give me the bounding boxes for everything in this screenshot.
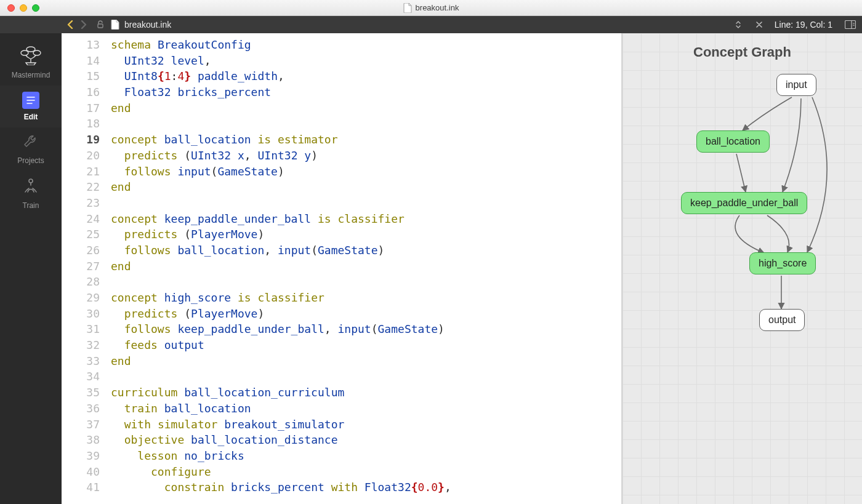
sidebar-item-label: Train xyxy=(0,201,62,210)
tab-close-icon[interactable] xyxy=(750,22,768,28)
seal-icon xyxy=(22,177,40,196)
sidebar-item-label: Edit xyxy=(0,113,62,121)
code-line[interactable]: constrain bricks_percent with Float32{0.… xyxy=(111,479,451,495)
code-line[interactable] xyxy=(111,116,451,132)
code-line[interactable]: end xyxy=(111,353,451,369)
code-line[interactable]: predicts (UInt32 x, UInt32 y) xyxy=(111,148,451,164)
line-number: 33 xyxy=(62,353,100,369)
line-number: 16 xyxy=(62,84,100,100)
line-number: 37 xyxy=(62,417,100,433)
svg-point-7 xyxy=(26,47,35,52)
nav-back-icon[interactable] xyxy=(66,20,74,29)
code-line[interactable]: follows input(GameState) xyxy=(111,164,451,180)
cursor-position-status: Line: 19, Col: 1 xyxy=(768,20,839,30)
line-number: 13 xyxy=(62,37,100,53)
sidebar-item-label: Projects xyxy=(0,156,62,165)
bonsai-icon xyxy=(17,44,44,65)
line-number: 22 xyxy=(62,179,100,195)
lock-icon[interactable] xyxy=(96,20,105,29)
code-line[interactable] xyxy=(111,369,451,385)
code-line[interactable]: follows ball_location, input(GameState) xyxy=(111,242,451,258)
tab-document-icon xyxy=(111,20,119,30)
line-number: 41 xyxy=(62,479,100,495)
line-number: 38 xyxy=(62,432,100,448)
code-editor[interactable]: 1314151617181920212223242526272829303132… xyxy=(62,33,621,504)
line-number: 32 xyxy=(62,337,100,353)
code-line[interactable]: with simulator breakout_simulator xyxy=(111,417,451,433)
code-line[interactable]: configure xyxy=(111,464,451,480)
line-number: 20 xyxy=(62,148,100,164)
code-line[interactable]: end xyxy=(111,258,451,274)
code-line[interactable]: predicts (PlayerMove) xyxy=(111,306,451,322)
line-number: 25 xyxy=(62,226,100,242)
sidebar-item-projects[interactable]: Projects xyxy=(0,127,62,171)
document-icon xyxy=(403,3,412,13)
code-line[interactable]: follows keep_paddle_under_ball, input(Ga… xyxy=(111,321,451,337)
line-number: 40 xyxy=(62,464,100,480)
graph-node-input[interactable]: input xyxy=(776,74,816,96)
window-zoom-button[interactable] xyxy=(32,4,39,12)
code-line[interactable]: schema BreakoutConfig xyxy=(111,37,451,53)
code-line[interactable]: lesson no_bricks xyxy=(111,448,451,464)
nav-forward-icon[interactable] xyxy=(80,20,87,29)
line-number: 36 xyxy=(62,401,100,417)
window-minimize-button[interactable] xyxy=(20,4,27,12)
code-line[interactable] xyxy=(111,195,451,211)
code-line[interactable]: end xyxy=(111,179,451,195)
code-line[interactable]: concept high_score is classifier xyxy=(111,290,451,306)
graph-node-ball-location[interactable]: ball_location xyxy=(696,130,770,153)
line-number: 15 xyxy=(62,68,100,84)
code-line[interactable]: UInt8{1:4} paddle_width, xyxy=(111,68,451,84)
graph-node-keep-paddle-under-ball[interactable]: keep_paddle_under_ball xyxy=(681,192,807,214)
tab-dropdown-icon[interactable] xyxy=(735,21,745,28)
edit-icon xyxy=(22,92,39,109)
panel-toggle-icon[interactable] xyxy=(839,20,862,29)
tab-filename[interactable]: breakout.ink xyxy=(124,20,171,30)
svg-rect-1 xyxy=(845,21,856,29)
code-line[interactable] xyxy=(111,274,451,290)
line-number: 30 xyxy=(62,306,100,322)
code-line[interactable]: Float32 bricks_percent xyxy=(111,84,451,100)
line-number: 35 xyxy=(62,385,100,401)
code-line[interactable]: UInt32 level, xyxy=(111,53,451,69)
window-title: breakout.ink xyxy=(416,3,459,12)
concept-graph-panel: Concept Graph xyxy=(622,33,862,504)
line-number-gutter: 1314151617181920212223242526272829303132… xyxy=(62,33,111,504)
line-number: 18 xyxy=(62,116,100,132)
code-area[interactable]: schema BreakoutConfig UInt32 level, UInt… xyxy=(111,33,451,504)
line-number: 14 xyxy=(62,53,100,69)
editor-toolbar: breakout.ink Line: 19, Col: 1 xyxy=(0,16,862,33)
sidebar-item-mastermind[interactable]: Mastermind xyxy=(0,38,62,86)
code-line[interactable]: train ball_location xyxy=(111,401,451,417)
code-line[interactable]: concept ball_location is estimator xyxy=(111,132,451,148)
svg-rect-0 xyxy=(98,24,103,28)
sidebar-item-label: Mastermind xyxy=(0,71,62,79)
code-line[interactable]: curriculum ball_location_curriculum xyxy=(111,385,451,401)
code-line[interactable]: predicts (PlayerMove) xyxy=(111,226,451,242)
line-number: 21 xyxy=(62,164,100,180)
line-number: 26 xyxy=(62,242,100,258)
line-number: 23 xyxy=(62,195,100,211)
line-number: 27 xyxy=(62,258,100,274)
code-line[interactable]: concept keep_paddle_under_ball is classi… xyxy=(111,211,451,227)
left-sidebar: Mastermind Edit Projects Train xyxy=(0,33,62,504)
svg-point-6 xyxy=(33,50,41,55)
graph-node-output[interactable]: output xyxy=(759,309,805,331)
line-number: 19 xyxy=(62,132,100,148)
line-number: 17 xyxy=(62,100,100,116)
code-line[interactable]: end xyxy=(111,100,451,116)
wrench-icon xyxy=(22,134,39,151)
line-number: 39 xyxy=(62,448,100,464)
graph-node-high-score[interactable]: high_score xyxy=(749,252,816,274)
code-line[interactable]: objective ball_location_distance xyxy=(111,432,451,448)
line-number: 29 xyxy=(62,290,100,306)
code-line[interactable]: feeds output xyxy=(111,337,451,353)
window-close-button[interactable] xyxy=(7,4,15,12)
sidebar-item-edit[interactable]: Edit xyxy=(0,86,62,127)
line-number: 24 xyxy=(62,211,100,227)
sidebar-item-train[interactable]: Train xyxy=(0,171,62,216)
svg-point-11 xyxy=(29,179,33,183)
line-number: 28 xyxy=(62,274,100,290)
svg-point-5 xyxy=(21,50,28,55)
window-titlebar: breakout.ink xyxy=(0,0,862,16)
